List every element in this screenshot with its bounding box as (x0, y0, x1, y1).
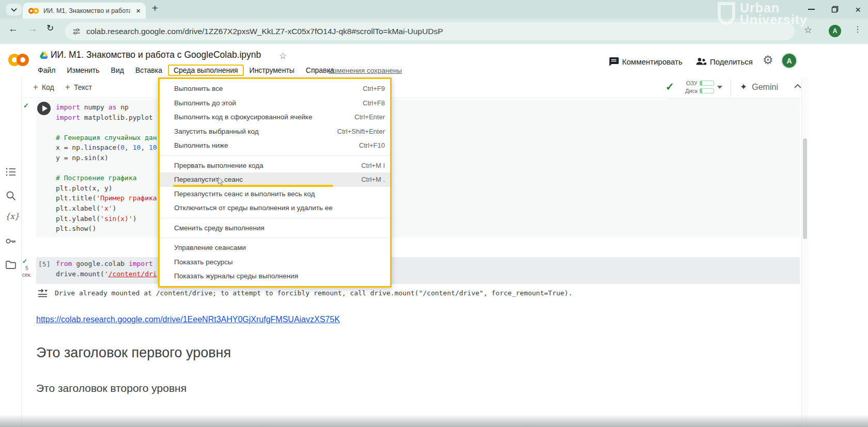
add-code-button[interactable]: + Код (33, 82, 54, 92)
scrollbar-thumb[interactable] (803, 138, 807, 239)
menu-item-label: Управление сеансами (174, 244, 246, 251)
settings-gear-icon[interactable]: ⚙ (763, 53, 773, 67)
notebook-link[interactable]: https://colab.research.google.com/drive/… (36, 315, 340, 324)
resource-labels: ОЗУ Диск (676, 80, 698, 95)
runtime-menu-item[interactable]: Перезапустить сеансCtrl+M . (160, 172, 390, 187)
window-close-icon[interactable]: × (855, 5, 861, 14)
favorite-star-icon[interactable]: ☆ (279, 51, 287, 61)
menubar-item[interactable]: Изменить (61, 65, 105, 76)
menu-item-shortcut: Ctrl+Shift+Enter (337, 128, 385, 135)
back-icon[interactable]: ← (8, 24, 18, 34)
menubar-item[interactable]: Вид (105, 65, 130, 76)
plus-icon: + (33, 82, 38, 92)
cell2-code[interactable]: from google.colab importdrive.mount('/co… (56, 260, 157, 280)
menu-item-shortcut: Ctrl+M . (361, 176, 385, 183)
gemini-button[interactable]: ✦ Gemini (740, 82, 778, 92)
menu-item-label: Показать ресурсы (174, 258, 233, 266)
variables-icon[interactable]: {x} (5, 212, 17, 223)
window-restore-icon[interactable] (831, 6, 839, 13)
tab-search-button[interactable] (6, 4, 22, 15)
add-text-button[interactable]: + Текст (65, 82, 92, 92)
runtime-menu-item[interactable]: Показать журналы среды выполнения (160, 269, 390, 283)
code-line: plt.show() (56, 225, 157, 235)
code-line: plt.title('Пример графика (56, 194, 157, 204)
share-button[interactable]: Поделиться (710, 57, 753, 66)
notebook-toolbar: + Код + Текст ✓ ОЗУ Диск ✦ Gemini (22, 77, 804, 98)
runtime-menu-item[interactable]: Выполнить до этойCtrl+F8 (160, 96, 390, 110)
tab-close-icon[interactable]: × (136, 7, 141, 14)
cell2-executed-check-icon: ✓ (22, 258, 27, 265)
bookmark-star-icon[interactable]: ☆ (804, 25, 812, 35)
cell-output-text: Drive already mounted at /content/drive;… (55, 289, 572, 297)
code-line: from google.colab import (56, 260, 157, 270)
browser-toolbar: ← → ↻ colab.research.google.com/drive/1Z… (0, 19, 868, 44)
menu-bar: ФайлИзменитьВидВставкаСреда выполненияИн… (32, 65, 340, 76)
browser-tab-strip: ИИ. М1. Знакомство и работа × + Urban Un… (0, 0, 868, 19)
cell2-execution-count: [5] (38, 260, 50, 268)
gemini-label: Gemini (752, 83, 778, 92)
runtime-menu-item[interactable]: Сменить среду выполнения (160, 221, 390, 235)
menubar-item[interactable]: Среда выполнения (168, 65, 244, 76)
menu-item-shortcut: Ctrl+Enter (354, 113, 385, 121)
colab-favicon-icon (28, 7, 39, 14)
menu-item-shortcut: Ctrl+F10 (359, 141, 385, 149)
menu-item-label: Показать журналы среды выполнения (174, 272, 298, 280)
comment-icon (609, 57, 619, 67)
new-tab-button[interactable]: + (152, 3, 158, 14)
runtime-menu-item[interactable]: Показать ресурсы (160, 255, 390, 270)
menu-item-shortcut: Ctrl+F9 (363, 85, 385, 92)
address-bar[interactable]: colab.research.google.com/drive/1ZZ67X2p… (65, 22, 795, 40)
cell2-exec-time: 5 (20, 265, 34, 271)
runtime-menu-item[interactable]: Выполнить код в сфокусированной ячейкеCt… (160, 110, 390, 124)
menu-item-label: Перезапустить сеанс (174, 176, 243, 183)
comment-button[interactable]: Комментировать (622, 57, 683, 66)
save-status[interactable]: Изменения сохранены (329, 67, 402, 74)
reload-icon[interactable]: ↻ (47, 24, 54, 33)
cell1-code[interactable]: import numpy as npimport matplotlib.pypl… (56, 103, 157, 235)
browser-menu-icon[interactable]: ⋮ (854, 25, 862, 34)
menubar-item[interactable]: Инструменты (244, 65, 300, 76)
code-line: # Генерация случайных дан (56, 134, 157, 144)
account-avatar[interactable]: A (781, 53, 797, 69)
runtime-menu-item[interactable]: Выполнить нижеCtrl+F10 (160, 138, 390, 153)
resources-dropdown-icon[interactable] (717, 86, 722, 89)
sparkle-icon: ✦ (740, 82, 747, 92)
code-line: import numpy as np (56, 103, 157, 114)
code-line (56, 123, 157, 134)
notebook-title[interactable]: ИИ. М1. Знакомство и работа с GoogleCola… (51, 50, 261, 60)
cell2-exec-time-unit: сек. (20, 272, 34, 278)
forward-icon[interactable]: → (28, 24, 38, 34)
secrets-key-icon[interactable] (5, 235, 17, 247)
runtime-menu-item[interactable]: Перезапустить сеанс и выполнить весь код (160, 187, 390, 201)
runtime-menu-item[interactable]: Прервать выполнение кодаCtrl+M I (160, 159, 390, 173)
runtime-menu-item[interactable]: Выполнить всеCtrl+F9 (160, 82, 390, 96)
browser-tab[interactable]: ИИ. М1. Знакомство и работа × (23, 3, 146, 19)
colab-logo-icon[interactable] (6, 52, 31, 68)
table-of-contents-icon[interactable] (5, 166, 17, 178)
run-cell-button[interactable] (37, 102, 51, 115)
ram-usage-bar[interactable] (700, 81, 714, 86)
menubar-item[interactable]: Вставка (130, 65, 168, 76)
menubar-item[interactable]: Файл (32, 65, 61, 76)
runtime-menu-item[interactable]: Управление сеансами (160, 241, 390, 255)
files-folder-icon[interactable] (5, 259, 17, 271)
menu-item-shortcut: Ctrl+M I (361, 162, 385, 169)
watermark-line1: Urban (740, 2, 808, 14)
bottom-fade-overlay (0, 415, 868, 427)
divider (731, 80, 731, 96)
scrollbar-track (801, 77, 808, 427)
share-people-icon (695, 57, 707, 66)
window-minimize-icon[interactable] (808, 9, 815, 10)
cell-output-icon (37, 288, 48, 298)
collapse-header-icon[interactable] (794, 84, 802, 89)
menu-divider (160, 238, 390, 238)
code-line: plt.ylabel('sin(x)') (56, 215, 157, 225)
menu-item-label: Выполнить до этой (174, 99, 236, 107)
code-line: drive.mount('/content/dri (56, 270, 157, 280)
search-icon[interactable] (5, 190, 17, 201)
browser-window: ИИ. М1. Знакомство и работа × + Urban Un… (0, 0, 868, 427)
disk-usage-bar[interactable] (700, 88, 714, 93)
browser-profile-avatar[interactable]: A (829, 25, 841, 37)
runtime-menu-item[interactable]: Отключиться от среды выполнения и удалит… (160, 201, 390, 215)
runtime-menu-item[interactable]: Запустить выбранный кодCtrl+Shift+Enter (160, 124, 390, 139)
